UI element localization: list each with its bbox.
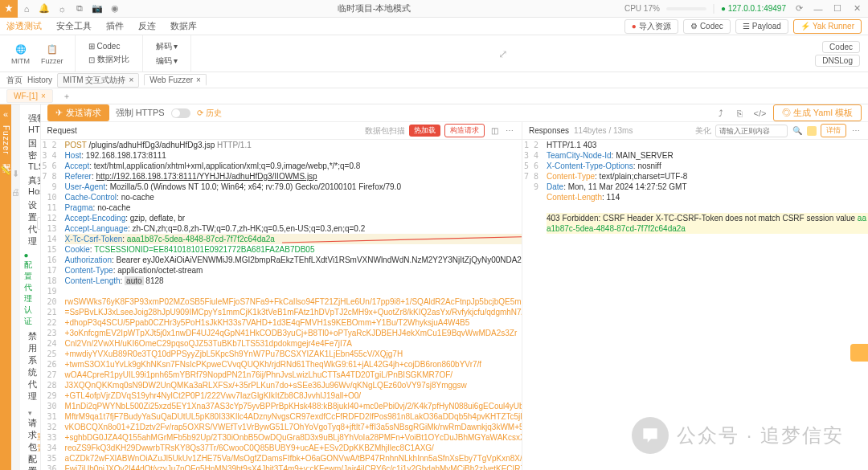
code-icon[interactable]: </> <box>754 108 765 118</box>
breadcrumb: 首页 History MITM 交互式劫持 × Web Fuzzer × <box>0 72 868 88</box>
beautify-button[interactable]: 美化 <box>695 125 711 137</box>
yaml-template-button[interactable]: ◎ 生成 Yaml 模板 <box>773 104 862 121</box>
titlebar: ⌂ 🔔 ☼ ⧉ 📷 ◉ 临时项目-本地模式 CPU 17% ● 127.0.0.… <box>0 0 868 18</box>
force-https-toggle-2[interactable] <box>171 108 190 118</box>
tab-mitm[interactable]: MITM 交互式劫持 × <box>57 73 139 88</box>
wf-tab-1[interactable]: WF-[1] × <box>6 89 53 103</box>
action-bar: ✈ 发送请求 强制 HTTPS ⟳ 历史 ⤴ ⎘ </> ◎ 生成 Yaml 模… <box>41 104 868 122</box>
search-icon[interactable]: 🔍 <box>792 126 803 135</box>
request-pane: Request 数据包扫描 热加载 构造请求 ◫ ⋯ 1 2 3 4 5 6 7… <box>41 122 522 470</box>
menu-plugins[interactable]: 插件 <box>106 20 124 32</box>
expand-icon[interactable]: ⤢ <box>498 47 508 60</box>
menu-reverse[interactable]: 反连 <box>138 20 156 32</box>
screenshot-icon[interactable]: ⧉ <box>71 3 88 14</box>
force-https-label: 强制 HTTPS <box>28 112 41 134</box>
close-icon[interactable]: × <box>196 76 201 84</box>
tab-web-fuzzer[interactable]: Web Fuzzer × <box>144 74 207 86</box>
toolbar: 🌐MITM 📋Fuzzer ⊞ Codec ⊡ 数据对比 解码 ▾ 编码 ▾ ⤢… <box>0 35 868 72</box>
download-icon[interactable]: ⬇ <box>12 169 19 179</box>
more-icon[interactable]: ⋯ <box>850 126 862 135</box>
curl-icon[interactable]: ⎘ <box>735 108 746 118</box>
bell-icon[interactable]: 🔔 <box>35 3 53 14</box>
minimize-icon[interactable]: — <box>812 4 825 14</box>
close-icon[interactable]: × <box>41 92 46 100</box>
camera-icon[interactable]: 📷 <box>88 3 106 14</box>
codec-tool[interactable]: ⊞ Codec <box>84 41 125 51</box>
menu-pentest[interactable]: 渗透测试 <box>6 20 42 32</box>
encode-select[interactable]: 编码 ▾ <box>151 55 183 67</box>
dnslog-pill[interactable]: DNSLog <box>815 55 860 67</box>
import-resource-button[interactable]: ●导入资源 <box>624 19 678 34</box>
intercept-label[interactable]: 数据包扫描 <box>365 125 405 137</box>
response-title: Responses <box>529 126 569 135</box>
more-icon[interactable]: ⋯ <box>504 126 515 135</box>
hot-load-badge[interactable]: 热加载 <box>409 125 440 137</box>
bc-home[interactable]: 首页 <box>6 75 23 86</box>
menubar: 渗透测试 安全工具 插件 反连 数据库 ●导入资源 ⚙ Codec ☰ Payl… <box>0 18 868 35</box>
vertical-rail: « Fuzzer 配置 📏 <box>0 104 11 470</box>
add-tab-button[interactable]: ＋ <box>58 91 76 102</box>
window-title: 临时项目-本地模式 <box>124 2 624 14</box>
send-request-button[interactable]: ✈ 发送请求 <box>47 104 109 121</box>
vertical-rail-2: ⬇ 🖨 <box>11 104 20 470</box>
codec-pill[interactable]: Codec <box>822 41 860 53</box>
refresh-icon[interactable]: ⟳ <box>792 3 805 14</box>
menu-database[interactable]: 数据库 <box>170 20 197 32</box>
build-req-badge[interactable]: 构造请求 <box>444 124 485 137</box>
config-panel: 强制 HTTPS 国密 TLS 真实Host 设置代理 ● 配置代理认证 禁用系… <box>20 104 41 470</box>
maximize-icon[interactable]: ☐ <box>831 3 844 14</box>
split-icon[interactable]: ◫ <box>489 126 500 135</box>
detail-button[interactable]: 详情 <box>821 124 846 137</box>
disable-sysproxy-label: 禁用系统代理 <box>28 330 37 403</box>
proxy-auth-link[interactable]: ● 配置代理认证 <box>24 251 32 327</box>
highlight-icon[interactable] <box>807 126 817 136</box>
request-title: Request <box>47 126 77 135</box>
vtab-fuzzer[interactable]: Fuzzer 配置 <box>0 125 11 159</box>
codec-button[interactable]: ⚙ Codec <box>683 19 731 34</box>
float-mascot-icon[interactable] <box>850 344 868 362</box>
request-editor[interactable]: 1 2 3 4 5 6 7 8 9 10 11 12 13 14 15 16 1… <box>41 140 522 470</box>
force-https-label-2: 强制 HTTPS <box>116 107 165 119</box>
app-logo <box>0 0 18 18</box>
share-icon[interactable]: ⤴ <box>715 108 727 118</box>
bc-history[interactable]: History <box>27 76 52 84</box>
watermark: 公众号 · 追梦信安 <box>632 417 844 454</box>
collapse-icon[interactable]: « <box>3 109 8 119</box>
rule-icon[interactable]: 📏 <box>0 166 11 176</box>
reqpkg-section[interactable]: 请求包配置 <box>28 418 37 470</box>
home-icon[interactable]: ⌂ <box>18 4 35 14</box>
mitm-tool[interactable]: 🌐MITM <box>8 40 33 67</box>
record-icon[interactable]: ◉ <box>106 3 124 14</box>
close-icon[interactable]: ✕ <box>850 3 863 14</box>
cpu-bar <box>666 7 706 10</box>
wf-tabs: WF-[1] × ＋ <box>0 88 868 104</box>
menu-sectools[interactable]: 安全工具 <box>56 20 92 32</box>
yak-runner-button[interactable]: ⚡ Yak Runner <box>793 19 862 34</box>
fuzzer-tool[interactable]: 📋Fuzzer <box>38 40 67 67</box>
sni-tls-label: 国密 TLS <box>28 137 41 171</box>
cpu-label: CPU 17% <box>624 4 660 13</box>
response-meta: 114bytes / 13ms <box>574 126 633 135</box>
server-address: ● 127.0.0.1:49497 <box>721 4 786 13</box>
real-host-label: 真实Host <box>28 174 41 196</box>
decode-select[interactable]: 解码 ▾ <box>151 40 183 53</box>
compare-tool[interactable]: ⊡ 数据对比 <box>84 53 134 66</box>
payload-button[interactable]: ☰ Payload <box>735 19 788 34</box>
proxy-label: 设置代理 <box>28 199 37 247</box>
history-link[interactable]: ⟳ 历史 <box>197 108 222 119</box>
response-search-input[interactable] <box>715 125 788 137</box>
close-icon[interactable]: × <box>129 76 133 84</box>
sun-icon[interactable]: ☼ <box>53 4 71 14</box>
print-icon[interactable]: 🖨 <box>11 187 20 197</box>
